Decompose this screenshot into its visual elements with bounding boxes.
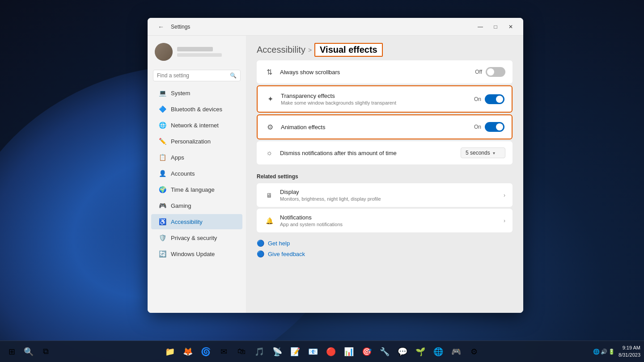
animation-status: On <box>474 124 481 130</box>
taskbar-app12[interactable]: 💬 <box>394 344 411 360</box>
taskbar-app9[interactable]: 📊 <box>341 344 357 360</box>
minimize-button[interactable]: — <box>473 21 487 33</box>
settings-content: ⇅ Always show scrollbars Off ✦ Transpare… <box>246 60 523 274</box>
taskbar-edge[interactable]: 🌀 <box>198 344 214 360</box>
accessibility-icon: ♿ <box>158 218 166 226</box>
sidebar-item-accessibility[interactable]: ♿ Accessibility <box>151 214 242 229</box>
main-content: Accessibility > Visual effects ⇅ Always … <box>246 36 523 313</box>
taskbar-mail[interactable]: ✉ <box>216 344 232 360</box>
search-box[interactable]: 🔍 <box>153 70 241 81</box>
taskbar-app13[interactable]: 🌱 <box>412 344 428 360</box>
taskbar-system-icons: 🌐 🔊 🔋 <box>591 349 617 355</box>
transparency-toggle[interactable] <box>485 94 504 104</box>
sidebar: 🔍 💻 System 🔷 Bluetooth & devices 🌐 Netwo… <box>148 36 246 313</box>
time-icon: 🌍 <box>158 185 166 194</box>
apps-icon: 📋 <box>158 153 166 161</box>
taskbar-app15[interactable]: 🎮 <box>448 344 464 360</box>
related-display-sub: Monitors, brightness, night light, displ… <box>280 196 504 202</box>
scrollbars-icon: ⇅ <box>264 67 275 77</box>
animation-icon: ⚙ <box>265 122 275 132</box>
scrollbars-toggle[interactable] <box>486 67 505 77</box>
title-bar: ← Settings — □ ✕ <box>148 18 523 36</box>
related-notifications-sub: App and system notifications <box>280 222 504 227</box>
give-feedback-link[interactable]: 🔵 Give feedback <box>257 248 513 259</box>
taskbar-firefox[interactable]: 🦊 <box>180 344 196 360</box>
scrollbars-control: Off <box>475 67 505 77</box>
window-title: Settings <box>171 24 190 30</box>
sidebar-item-privacy[interactable]: 🛡️ Privacy & security <box>151 230 242 245</box>
avatar-image <box>155 43 173 61</box>
dropdown-arrow-icon: ▾ <box>493 151 495 156</box>
sidebar-item-bluetooth[interactable]: 🔷 Bluetooth & devices <box>151 101 242 117</box>
animation-toggle[interactable] <box>485 122 504 132</box>
user-info <box>177 47 222 57</box>
notifications-dropdown[interactable]: 5 seconds ▾ <box>461 147 505 158</box>
window-controls: — □ ✕ <box>473 21 518 33</box>
search-input[interactable] <box>157 72 227 79</box>
taskbar-app7[interactable]: 📧 <box>305 344 321 360</box>
taskbar-store[interactable]: 🛍 <box>233 344 250 360</box>
taskbar-app14[interactable]: 🌐 <box>430 344 446 360</box>
close-button[interactable]: ✕ <box>504 21 518 33</box>
sidebar-item-personalization[interactable]: ✏️ Personalization <box>151 134 242 149</box>
taskbar-battery-icon: 🔋 <box>608 349 615 355</box>
taskbar-spotify[interactable]: 🎵 <box>251 344 267 360</box>
taskbar-file-explorer[interactable]: 📁 <box>162 344 178 360</box>
related-settings-header: Related settings <box>257 166 513 183</box>
sidebar-item-network-label: Network & internet <box>171 122 219 129</box>
notifications-setting-row: ☼ Dismiss notifications after this amoun… <box>257 141 513 164</box>
give-feedback-icon: 🔵 <box>257 250 264 257</box>
taskbar-clock[interactable]: 9:19 AM 8/31/2023 <box>619 345 640 358</box>
taskbar-right: 🌐 🔊 🔋 9:19 AM 8/31/2023 <box>591 345 644 358</box>
taskbar-filezilla[interactable]: 📡 <box>269 344 285 360</box>
sidebar-item-apps[interactable]: 📋 Apps <box>151 150 242 165</box>
notifications-control: 5 seconds ▾ <box>461 147 505 158</box>
sidebar-item-privacy-label: Privacy & security <box>171 235 217 241</box>
privacy-icon: 🛡️ <box>158 234 166 242</box>
maximize-button[interactable]: □ <box>488 21 503 33</box>
taskbar-vscode[interactable]: 📝 <box>287 344 303 360</box>
gaming-icon: 🎮 <box>158 202 166 210</box>
notifications-chevron-icon: › <box>504 218 505 224</box>
scrollbars-label: Always show scrollbars <box>280 69 475 76</box>
taskbar-app10[interactable]: 🎯 <box>359 344 375 360</box>
taskbar-app8[interactable]: 🔴 <box>323 344 339 360</box>
sidebar-item-gaming-label: Gaming <box>171 202 191 209</box>
taskbar-date-display: 8/31/2023 <box>619 352 640 358</box>
sidebar-item-update[interactable]: 🔄 Windows Update <box>151 246 242 261</box>
get-help-link[interactable]: 🔵 Get help <box>257 238 513 248</box>
taskview-button[interactable]: ⧉ <box>38 344 54 360</box>
search-taskbar-button[interactable]: 🔍 <box>21 344 37 360</box>
related-display-text: Display Monitors, brightness, night ligh… <box>280 189 504 202</box>
notifications-text: Dismiss notifications after this amount … <box>280 150 461 156</box>
sidebar-item-time[interactable]: 🌍 Time & language <box>151 182 242 197</box>
display-icon: 🖥 <box>264 190 275 201</box>
start-button[interactable]: ⊞ <box>4 344 20 360</box>
personalization-icon: ✏️ <box>158 137 166 145</box>
get-help-icon: 🔵 <box>257 240 264 247</box>
transparency-status: On <box>474 96 481 102</box>
related-display-row[interactable]: 🖥 Display Monitors, brightness, night li… <box>257 183 513 207</box>
system-icon: 💻 <box>158 89 166 97</box>
bell-icon: 🔔 <box>264 215 275 226</box>
sidebar-item-time-label: Time & language <box>171 186 215 193</box>
taskbar-center: 📁 🦊 🌀 ✉ 🛍 🎵 📡 📝 📧 🔴 📊 🎯 🔧 💬 🌱 🌐 🎮 ⚙ <box>162 344 482 360</box>
notifications-label: Dismiss notifications after this amount … <box>280 150 461 156</box>
taskbar: ⊞ 🔍 ⧉ 📁 🦊 🌀 ✉ 🛍 🎵 📡 📝 📧 🔴 📊 🎯 🔧 💬 🌱 🌐 🎮 … <box>0 341 644 362</box>
sidebar-item-gaming[interactable]: 🎮 Gaming <box>151 198 242 213</box>
transparency-setting-row: ✦ Transparency effects Make some window … <box>257 85 513 113</box>
taskbar-network-icon: 🌐 <box>593 349 600 355</box>
related-notifications-row[interactable]: 🔔 Notifications App and system notificat… <box>257 209 513 232</box>
sidebar-item-accounts[interactable]: 👤 Accounts <box>151 166 242 181</box>
scrollbars-setting-row: ⇅ Always show scrollbars Off <box>257 60 513 84</box>
taskbar-app16[interactable]: ⚙ <box>466 344 482 360</box>
taskbar-app11[interactable]: 🔧 <box>377 344 393 360</box>
content-header: Accessibility > Visual effects <box>246 36 523 60</box>
notifications-dropdown-value: 5 seconds <box>466 150 490 156</box>
animation-setting-row: ⚙ Animation effects On <box>257 114 513 139</box>
scrollbars-status: Off <box>475 69 482 75</box>
sidebar-item-system[interactable]: 💻 System <box>151 85 242 101</box>
back-button[interactable]: ← <box>155 21 167 33</box>
settings-window: ← Settings — □ ✕ � <box>148 18 523 313</box>
sidebar-item-network[interactable]: 🌐 Network & internet <box>151 118 242 133</box>
